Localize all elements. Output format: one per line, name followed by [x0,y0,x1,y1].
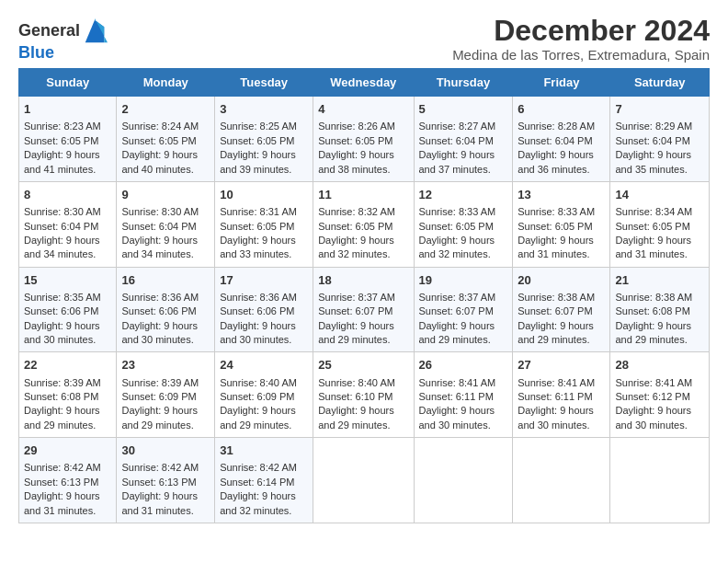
day-info-line: Sunrise: 8:41 AM [518,376,605,390]
day-info-line: and 34 minutes. [121,247,210,261]
day-info-line: Sunrise: 8:30 AM [121,205,210,219]
day-info-line: Sunrise: 8:31 AM [220,205,308,219]
day-info-line: and 29 minutes. [318,333,408,347]
day-info-line: Daylight: 9 hours [615,148,704,162]
day-info-line: Sunrise: 8:23 AM [24,120,111,133]
day-number: 2 [121,101,210,118]
day-info-line: and 32 minutes. [220,504,308,518]
day-info-line: Sunrise: 8:28 AM [518,120,605,133]
day-info-line: and 31 minutes. [24,504,111,518]
day-info-line: Daylight: 9 hours [318,234,408,247]
day-info-line: Sunrise: 8:27 AM [419,120,508,133]
calendar-day-header: Tuesday [215,69,313,97]
day-number: 30 [121,442,210,459]
day-number: 12 [419,187,508,203]
day-info-line: and 37 minutes. [419,163,508,177]
day-number: 19 [419,272,508,289]
day-number: 31 [220,442,308,459]
page-title: December 2024 [452,15,710,47]
day-info-line: Daylight: 9 hours [24,234,111,247]
day-number: 1 [24,101,111,118]
day-info-line: Daylight: 9 hours [318,148,408,162]
day-info-line: Sunset: 6:08 PM [615,304,704,318]
day-info-line: Daylight: 9 hours [121,489,210,503]
calendar-day-header: Monday [117,69,215,97]
day-info-line: Daylight: 9 hours [24,319,111,333]
day-info-line: Daylight: 9 hours [121,319,210,333]
day-info-line: Daylight: 9 hours [121,148,210,162]
logo-icon [82,18,108,44]
calendar-cell: 30Sunrise: 8:42 AMSunset: 6:13 PMDayligh… [117,438,215,523]
day-info-line: Sunset: 6:07 PM [518,304,605,318]
calendar-cell: 2Sunrise: 8:24 AMSunset: 6:05 PMDaylight… [117,97,215,182]
day-number: 8 [24,187,111,203]
day-info-line: Daylight: 9 hours [121,234,210,247]
day-info-line: Sunrise: 8:38 AM [615,291,704,304]
day-info-line: and 32 minutes. [318,247,408,261]
day-info-line: Sunrise: 8:25 AM [220,120,308,133]
day-info-line: Daylight: 9 hours [220,319,308,333]
day-info-line: and 30 minutes. [121,333,210,347]
calendar-cell: 13Sunrise: 8:33 AMSunset: 6:05 PMDayligh… [513,181,610,267]
day-info-line: Sunrise: 8:42 AM [121,461,210,475]
day-number: 10 [220,187,308,203]
calendar-cell: 23Sunrise: 8:39 AMSunset: 6:09 PMDayligh… [117,352,215,438]
day-number: 15 [24,272,111,289]
day-number: 6 [518,101,605,118]
calendar-cell: 10Sunrise: 8:31 AMSunset: 6:05 PMDayligh… [215,181,313,267]
day-info-line: Sunset: 6:04 PM [419,134,508,148]
calendar-day-header: Sunday [19,69,117,97]
calendar-cell: 11Sunrise: 8:32 AMSunset: 6:05 PMDayligh… [313,181,414,267]
day-info-line: Sunset: 6:07 PM [419,304,508,318]
calendar-cell [414,438,513,523]
calendar-cell: 16Sunrise: 8:36 AMSunset: 6:06 PMDayligh… [117,267,215,352]
day-info-line: Sunset: 6:04 PM [615,134,704,148]
day-info-line: Daylight: 9 hours [220,234,308,247]
day-info-line: and 29 minutes. [318,419,408,432]
calendar-cell: 27Sunrise: 8:41 AMSunset: 6:11 PMDayligh… [513,352,610,438]
calendar-cell: 7Sunrise: 8:29 AMSunset: 6:04 PMDaylight… [610,97,710,182]
day-info-line: Sunset: 6:06 PM [121,304,210,318]
calendar-day-header: Wednesday [313,69,414,97]
day-info-line: Sunset: 6:08 PM [24,390,111,404]
calendar-cell: 21Sunrise: 8:38 AMSunset: 6:08 PMDayligh… [610,267,710,352]
calendar-cell: 31Sunrise: 8:42 AMSunset: 6:14 PMDayligh… [215,438,313,523]
calendar-cell: 14Sunrise: 8:34 AMSunset: 6:05 PMDayligh… [610,181,710,267]
day-info-line: Sunrise: 8:37 AM [318,291,408,304]
day-info-line: Sunset: 6:04 PM [518,134,605,148]
day-info-line: and 30 minutes. [419,419,508,432]
page-header: General Blue December 2024 Medina de las… [18,15,710,63]
calendar-day-header: Friday [513,69,610,97]
day-info-line: and 31 minutes. [518,247,605,261]
day-info-line: and 41 minutes. [24,163,111,177]
calendar-cell: 19Sunrise: 8:37 AMSunset: 6:07 PMDayligh… [414,267,513,352]
day-info-line: and 30 minutes. [615,419,704,432]
day-info-line: Sunset: 6:11 PM [518,390,605,404]
calendar-cell: 12Sunrise: 8:33 AMSunset: 6:05 PMDayligh… [414,181,513,267]
day-number: 26 [419,357,508,373]
day-info-line: and 39 minutes. [220,163,308,177]
day-info-line: Sunset: 6:04 PM [24,220,111,234]
calendar-cell: 8Sunrise: 8:30 AMSunset: 6:04 PMDaylight… [19,181,117,267]
day-number: 28 [615,357,704,373]
day-info-line: Sunset: 6:05 PM [318,134,408,148]
day-info-line: and 29 minutes. [518,333,605,347]
calendar-cell: 25Sunrise: 8:40 AMSunset: 6:10 PMDayligh… [313,352,414,438]
day-info-line: Sunrise: 8:36 AM [220,291,308,304]
day-info-line: Sunrise: 8:39 AM [24,376,111,390]
day-info-line: and 31 minutes. [615,247,704,261]
calendar-week-row: 29Sunrise: 8:42 AMSunset: 6:13 PMDayligh… [19,438,710,523]
day-info-line: Sunset: 6:04 PM [121,220,210,234]
calendar-day-header: Saturday [610,69,710,97]
day-info-line: Sunset: 6:05 PM [220,220,308,234]
day-info-line: and 33 minutes. [220,247,308,261]
day-info-line: Sunrise: 8:35 AM [24,291,111,304]
day-info-line: Daylight: 9 hours [419,319,508,333]
day-info-line: and 38 minutes. [318,163,408,177]
logo-general: General [18,22,80,40]
calendar-cell: 24Sunrise: 8:40 AMSunset: 6:09 PMDayligh… [215,352,313,438]
calendar-cell: 26Sunrise: 8:41 AMSunset: 6:11 PMDayligh… [414,352,513,438]
day-number: 9 [121,187,210,203]
day-info-line: Daylight: 9 hours [220,489,308,503]
calendar-week-row: 15Sunrise: 8:35 AMSunset: 6:06 PMDayligh… [19,267,710,352]
